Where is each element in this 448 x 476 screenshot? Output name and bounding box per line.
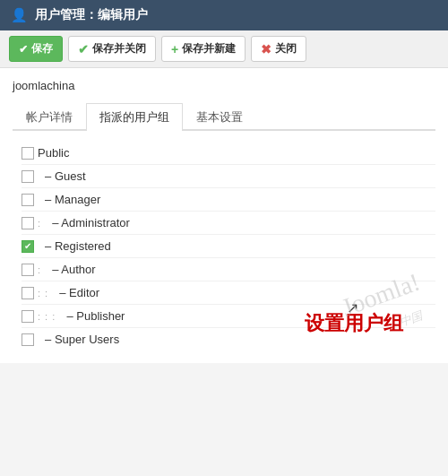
group-checkbox-editor[interactable] — [22, 287, 34, 299]
group-label-administrator: – Administrator — [52, 216, 130, 229]
save-close-label: 保存并关闭 — [92, 41, 146, 56]
group-label-public: Public — [38, 146, 69, 160]
indent-dots — [38, 171, 41, 182]
groups-list: Public – Guest – Manager : – Administrat… — [13, 142, 435, 351]
group-label-editor: – Editor — [59, 286, 99, 299]
list-item: Public — [22, 142, 435, 165]
group-checkbox-superusers[interactable] — [22, 333, 34, 346]
list-item: : : – Editor — [22, 281, 435, 305]
group-checkbox-registered[interactable]: ✔ — [22, 240, 34, 253]
save-new-label: 保存并新建 — [182, 41, 236, 56]
save-label: 保存 — [31, 41, 53, 56]
list-item: – Guest — [22, 165, 435, 188]
indent-dots: : — [38, 218, 48, 229]
plus-icon: + — [171, 42, 178, 56]
header-bar: 👤 用户管理：编辑用户 — [0, 0, 448, 30]
main-content: joomlachina 帐户详情 指派的用户组 基本设置 Public – Gu… — [0, 68, 448, 363]
page-title: 用户管理：编辑用户 — [35, 7, 148, 23]
check-icon: ✔ — [78, 42, 89, 56]
username-display: joomlachina — [13, 77, 435, 94]
save-button[interactable]: ✔ 保存 — [9, 36, 63, 62]
indent-dots — [38, 195, 41, 205]
tab-assigned-groups[interactable]: 指派的用户组 — [86, 103, 183, 131]
list-item: : – Author — [22, 258, 435, 281]
indent-dots: : — [38, 264, 48, 275]
list-item: – Super Users — [22, 328, 435, 351]
tab-account[interactable]: 帐户详情 — [13, 103, 86, 131]
group-checkbox-administrator[interactable] — [22, 217, 34, 229]
group-checkbox-guest[interactable] — [22, 170, 34, 183]
tab-basic-settings[interactable]: 基本设置 — [183, 103, 256, 131]
group-label-publisher: – Publisher — [66, 309, 125, 323]
save-icon: ✔ — [19, 43, 28, 56]
group-label-superusers: – Super Users — [45, 333, 119, 346]
group-label-author: – Author — [52, 263, 95, 276]
indent-dots — [38, 241, 41, 252]
indent-dots: : : : — [38, 311, 63, 322]
group-label-guest: – Guest — [45, 169, 86, 183]
list-item: : – Administrator — [22, 212, 435, 235]
indent-dots: : : — [38, 288, 56, 299]
tabs-container: 帐户详情 指派的用户组 基本设置 — [13, 101, 435, 131]
group-checkbox-publisher[interactable] — [22, 310, 34, 323]
save-close-button[interactable]: ✔ 保存并关闭 — [68, 36, 156, 62]
close-button[interactable]: ✖ 关闭 — [251, 36, 306, 62]
list-item: – Manager — [22, 188, 435, 212]
user-icon: 👤 — [11, 7, 28, 23]
group-label-registered: – Registered — [45, 239, 111, 253]
close-icon: ✖ — [261, 42, 271, 56]
list-item: ✔ – Registered — [22, 235, 435, 258]
save-new-button[interactable]: + 保存并新建 — [161, 36, 246, 62]
group-checkbox-manager[interactable] — [22, 194, 34, 206]
group-label-manager: – Manager — [45, 193, 100, 206]
close-label: 关闭 — [275, 41, 297, 56]
group-checkbox-public[interactable] — [22, 147, 34, 160]
group-checkbox-author[interactable] — [22, 264, 34, 276]
indent-dots — [38, 334, 41, 345]
list-item: : : : – Publisher — [22, 305, 435, 328]
toolbar: ✔ 保存 ✔ 保存并关闭 + 保存并新建 ✖ 关闭 — [0, 30, 448, 68]
